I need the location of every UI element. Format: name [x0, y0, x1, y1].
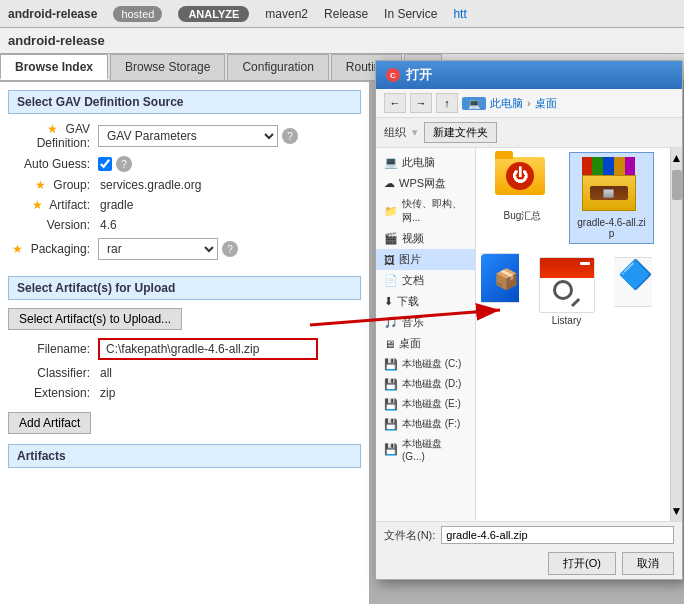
top-link[interactable]: htt — [453, 7, 466, 21]
dialog-titlebar: C 打开 — [376, 61, 682, 89]
app-title: android-release — [8, 7, 97, 21]
dialog-toolbar: 组织 ▾ 新建文件夹 — [376, 118, 682, 148]
sidebar-item-music[interactable]: 🎵 音乐 — [376, 312, 475, 333]
auto-guess-help-icon[interactable]: ? — [116, 156, 132, 172]
packaging-select[interactable]: rar — [98, 238, 218, 260]
version-label: Version: — [8, 218, 98, 232]
file-item-partial-right2[interactable]: 🔷 — [613, 252, 653, 331]
disk-g-icon: 💾 — [384, 443, 398, 456]
disk-d-icon: 💾 — [384, 378, 398, 391]
sidebar-item-video[interactable]: 🎬 视频 — [376, 228, 475, 249]
packaging-row: ★ Packaging: rar ? — [8, 238, 361, 260]
sidebar-item-disk-c[interactable]: 💾 本地磁盘 (C:) — [376, 354, 475, 374]
sidebar-item-computer[interactable]: 💻 此电脑 — [376, 152, 475, 173]
page-title-bar: android-release — [0, 28, 684, 54]
tab-browse-index[interactable]: Browse Index — [0, 54, 108, 80]
classifier-label: Classifier: — [8, 366, 98, 380]
upload-section-header: Select Artifact(s) for Upload — [8, 276, 361, 300]
add-artifact-button[interactable]: Add Artifact — [8, 412, 91, 434]
extension-value: zip — [100, 386, 115, 400]
sidebar-item-transfer[interactable]: 📁 快传、即构、网... — [376, 194, 475, 228]
group-row: ★ Group: services.gradle.org — [8, 178, 361, 192]
gav-help-icon[interactable]: ? — [282, 128, 298, 144]
tab-configuration[interactable]: Configuration — [227, 54, 328, 80]
required-star: ★ — [32, 198, 43, 212]
partial-icon: 📦 — [480, 253, 520, 303]
artifact-label: ★ Artifact: — [8, 198, 98, 212]
filename-input[interactable] — [441, 526, 674, 544]
required-star: ★ — [12, 242, 23, 256]
gav-definition-select[interactable]: GAV Parameters — [98, 125, 278, 147]
sidebar-item-pictures[interactable]: 🖼 图片 — [376, 249, 475, 270]
sidebar-item-downloads[interactable]: ⬇ 下载 — [376, 291, 475, 312]
analyze-button[interactable]: ANALYZE — [178, 6, 249, 22]
toolbar-sep: ▾ — [412, 126, 418, 139]
artifacts-header: Artifacts — [8, 444, 361, 468]
scroll-down[interactable]: ▼ — [671, 501, 682, 521]
artifact-row: ★ Artifact: gradle — [8, 198, 361, 212]
disk-c-icon: 💾 — [384, 358, 398, 371]
classifier-row: Classifier: all — [8, 366, 361, 380]
cloud-icon: ☁ — [384, 177, 395, 190]
gav-section-header: Select GAV Definition Source — [8, 90, 361, 114]
scrollbar[interactable]: ▲ ▼ — [670, 148, 682, 521]
partial-icon2: 🔷 — [613, 257, 653, 307]
page-title: android-release — [8, 33, 105, 48]
gav-definition-row: ★ GAV Definition: GAV Parameters ? — [8, 122, 361, 150]
artifact-value: gradle — [100, 198, 133, 212]
dialog-nav: ← → ↑ 💻 此电脑 › 桌面 — [376, 89, 682, 118]
file-item-bug[interactable]: ⏻ Bug汇总 — [480, 152, 565, 244]
extension-row: Extension: zip — [8, 386, 361, 400]
winrar-icon — [582, 157, 642, 215]
desktop-icon: 🖥 — [384, 338, 395, 350]
sidebar-item-disk-e[interactable]: 💾 本地磁盘 (E:) — [376, 394, 475, 414]
maven2-label: maven2 — [265, 7, 308, 21]
dialog-body: 💻 此电脑 ☁ WPS网盘 📁 快传、即构、网... 🎬 视频 🖼 图片 📄 — [376, 148, 682, 521]
sidebar-item-disk-f[interactable]: 💾 本地磁盘 (F:) — [376, 414, 475, 434]
auto-guess-label: Auto Guess: — [8, 157, 98, 171]
path-computer[interactable]: 此电脑 — [490, 96, 523, 111]
nav-back-button[interactable]: ← — [384, 93, 406, 113]
dialog-files-area: ⏻ Bug汇总 — [476, 148, 670, 521]
packaging-help-icon[interactable]: ? — [222, 241, 238, 257]
nav-up-button[interactable]: ↑ — [436, 93, 458, 113]
listary-icon — [539, 257, 595, 313]
path-desktop[interactable]: 桌面 — [535, 96, 557, 111]
gradle-zip-label: gradle-4.6-all.zi p — [574, 217, 649, 239]
file-item-partial-right[interactable]: 📦 — [480, 248, 520, 331]
disk-f-icon: 💾 — [384, 418, 398, 431]
hosted-tag: hosted — [113, 6, 162, 22]
tab-browse-storage[interactable]: Browse Storage — [110, 54, 225, 80]
required-star: ★ — [35, 178, 46, 192]
sidebar-item-desktop[interactable]: 🖥 桌面 — [376, 333, 475, 354]
dialog-title: 打开 — [406, 66, 432, 84]
nav-forward-button[interactable]: → — [410, 93, 432, 113]
auto-guess-row: Auto Guess: ? — [8, 156, 361, 172]
dialog-filename-row: 文件名(N): — [376, 521, 682, 548]
open-button[interactable]: 打开(O) — [548, 552, 616, 575]
auto-guess-checkbox[interactable] — [98, 157, 112, 171]
path-computer-icon: 💻 — [462, 97, 486, 110]
cancel-button[interactable]: 取消 — [622, 552, 674, 575]
scroll-up[interactable]: ▲ — [671, 148, 682, 168]
music-icon: 🎵 — [384, 316, 398, 329]
sidebar-item-disk-g[interactable]: 💾 本地磁盘 (G...) — [376, 434, 475, 465]
sidebar-item-disk-d[interactable]: 💾 本地磁盘 (D:) — [376, 374, 475, 394]
select-artifact-button[interactable]: Select Artifact(s) to Upload... — [8, 308, 182, 330]
download-icon: ⬇ — [384, 295, 393, 308]
path-separator: › — [527, 97, 531, 109]
in-service-label: In Service — [384, 7, 437, 21]
left-panel: Select GAV Definition Source ★ GAV Defin… — [0, 82, 370, 604]
gav-definition-label: ★ GAV Definition: — [8, 122, 98, 150]
release-label: Release — [324, 7, 368, 21]
file-item-listary[interactable]: Listary — [524, 252, 609, 331]
listary-label: Listary — [552, 315, 581, 326]
file-item-gradle-zip[interactable]: gradle-4.6-all.zi p — [569, 152, 654, 244]
filename-label: Filename: — [8, 342, 98, 356]
scroll-thumb[interactable] — [672, 170, 682, 200]
sidebar-item-docs[interactable]: 📄 文档 — [376, 270, 475, 291]
version-value: 4.6 — [100, 218, 117, 232]
sidebar-item-wps[interactable]: ☁ WPS网盘 — [376, 173, 475, 194]
new-folder-button[interactable]: 新建文件夹 — [424, 122, 497, 143]
docs-icon: 📄 — [384, 274, 398, 287]
